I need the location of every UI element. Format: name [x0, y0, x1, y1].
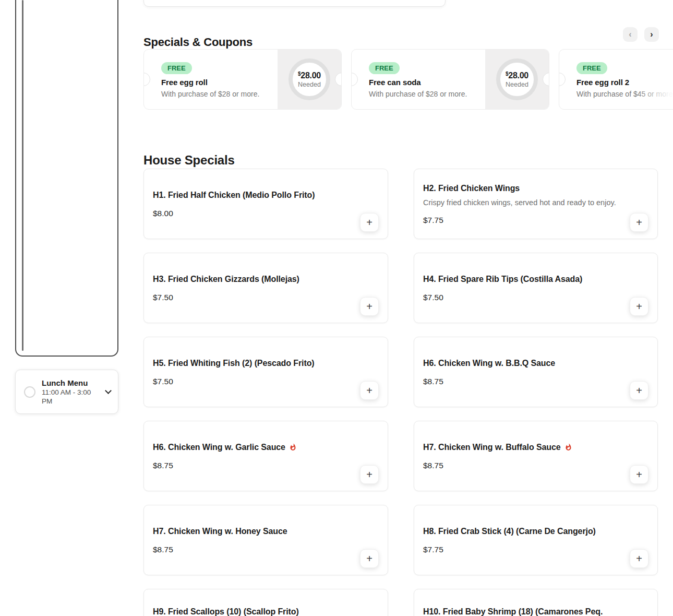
- coupon-card[interactable]: FREE Free egg roll 2 With purchase of $4…: [559, 49, 673, 110]
- needed-label: Needed: [298, 81, 321, 88]
- menu-items-grid: H1. Fried Half Chicken (Medio Pollo Frit…: [143, 169, 658, 616]
- coupon-description: With purchase of $28 or more.: [369, 90, 480, 98]
- item-price: $7.50: [423, 293, 624, 302]
- sidebar-category[interactable]: [28, 115, 109, 123]
- needed-amount-circle: $28.00 Needed: [496, 58, 538, 100]
- coupon-carousel-nav: ‹ ›: [623, 27, 659, 42]
- sidebar-category[interactable]: [28, 73, 109, 81]
- menu-item-card[interactable]: H9. Fried Scallops (10) (Scallop Frito) …: [143, 589, 388, 616]
- plus-icon: +: [636, 385, 642, 396]
- carousel-prev-button[interactable]: ‹: [623, 27, 638, 42]
- sidebar-category[interactable]: [28, 140, 109, 148]
- menu-period-selector[interactable]: Lunch Menu 11:00 AM - 3:00 PM: [15, 370, 118, 414]
- menu-item-card[interactable]: H3. Fried Chicken Gizzards (Mollejas) $7…: [143, 253, 388, 323]
- coupon-title: Free egg roll: [161, 78, 272, 87]
- item-name: H2. Fried Chicken Wings: [423, 183, 624, 194]
- item-name: H9. Fried Scallops (10) (Scallop Frito): [153, 607, 354, 616]
- specials-heading: Specials & Coupons: [143, 35, 253, 49]
- menu-item-card[interactable]: H8. Fried Crab Stick (4) (Carne De Cange…: [414, 505, 658, 575]
- add-to-cart-button[interactable]: +: [360, 297, 379, 316]
- coupon-description: With purchase of $28 or more.: [161, 90, 272, 98]
- item-name: H3. Fried Chicken Gizzards (Mollejas): [153, 274, 354, 285]
- add-to-cart-button[interactable]: +: [630, 213, 648, 232]
- sidebar-category[interactable]: [28, 48, 109, 56]
- menu-item-card[interactable]: H10. Fried Baby Shrimp (18) (Camarones P…: [414, 589, 658, 616]
- sidebar-category[interactable]: [28, 90, 109, 98]
- chevron-left-icon: ‹: [629, 30, 631, 39]
- item-name: H4. Fried Spare Rib Tips (Costilla Asada…: [423, 274, 624, 285]
- sidebar-category[interactable]: [28, 15, 109, 23]
- coupon-title: Free can soda: [369, 78, 480, 87]
- sidebar-category[interactable]: [28, 31, 109, 40]
- menu-item-card[interactable]: H5. Fried Whiting Fish (2) (Pescado Frit…: [143, 337, 388, 407]
- sidebar-category[interactable]: [28, 132, 109, 140]
- menu-item-card[interactable]: H4. Fried Spare Rib Tips (Costilla Asada…: [414, 253, 658, 323]
- needed-amount: $28.00: [506, 71, 528, 80]
- add-to-cart-button[interactable]: +: [360, 381, 379, 400]
- chevron-right-icon: ›: [650, 30, 653, 39]
- add-to-cart-button[interactable]: +: [630, 297, 648, 316]
- sidebar-category[interactable]: [28, 106, 109, 115]
- add-to-cart-button[interactable]: +: [360, 549, 379, 568]
- sidebar-category[interactable]: [28, 56, 109, 65]
- item-price: $7.75: [423, 216, 624, 225]
- plus-icon: +: [636, 469, 642, 480]
- coupon-info: FREE Free can soda With purchase of $28 …: [352, 50, 485, 109]
- item-price: $8.00: [153, 209, 354, 218]
- flame-icon: [564, 443, 572, 451]
- menu-item-card[interactable]: H6. Chicken Wing w. B.B.Q Sauce $8.75 +: [414, 337, 658, 407]
- menu-selector-title: Lunch Menu: [42, 378, 88, 387]
- coupon-threshold-panel: $28.00 Needed: [485, 50, 549, 109]
- item-name: H5. Fried Whiting Fish (2) (Pescado Frit…: [153, 358, 354, 369]
- plus-icon: +: [366, 553, 372, 564]
- needed-amount-circle: $28.00 Needed: [289, 58, 330, 100]
- sidebar-category[interactable]: [28, 98, 109, 106]
- menu-item-card[interactable]: H6. Chicken Wing w. Garlic Sauce $8.75 +: [143, 421, 388, 491]
- search-bar[interactable]: [143, 0, 446, 7]
- add-to-cart-button[interactable]: +: [630, 465, 648, 484]
- sidebar-scrollbar[interactable]: [22, 0, 23, 351]
- category-sidebar: [15, 0, 118, 357]
- menu-selector-hours: 11:00 AM - 3:00 PM: [42, 388, 95, 406]
- coupon-carousel: FREE Free egg roll With purchase of $28 …: [143, 49, 673, 110]
- item-name: H6. Chicken Wing w. B.B.Q Sauce: [423, 358, 624, 369]
- menu-item-card[interactable]: H2. Fried Chicken Wings Crispy fried chi…: [414, 169, 658, 239]
- sidebar-category[interactable]: [28, 65, 109, 73]
- menu-item-card[interactable]: H1. Fried Half Chicken (Medio Pollo Frit…: [143, 169, 388, 239]
- menu-item-card[interactable]: H7. Chicken Wing w. Honey Sauce $8.75 +: [143, 505, 388, 575]
- item-price: $8.75: [423, 461, 624, 470]
- add-to-cart-button[interactable]: +: [630, 549, 648, 568]
- house-specials-heading: House Specials: [143, 153, 235, 168]
- coupon-title: Free egg roll 2: [576, 78, 673, 87]
- item-price: $7.75: [423, 545, 624, 554]
- plus-icon: +: [366, 385, 372, 396]
- sidebar-category[interactable]: [28, 81, 109, 90]
- sidebar-category[interactable]: [28, 23, 109, 31]
- coupon-info: FREE Free egg roll 2 With purchase of $4…: [559, 50, 673, 109]
- plus-icon: +: [636, 217, 642, 228]
- add-to-cart-button[interactable]: +: [360, 213, 379, 232]
- plus-icon: +: [636, 301, 642, 312]
- coupon-info: FREE Free egg roll With purchase of $28 …: [144, 50, 278, 109]
- item-name: H10. Fried Baby Shrimp (18) (Camarones P…: [423, 607, 624, 616]
- sidebar-category[interactable]: [28, 6, 109, 15]
- coupon-card[interactable]: FREE Free can soda With purchase of $28 …: [351, 49, 549, 110]
- sidebar-category[interactable]: [28, 123, 109, 132]
- add-to-cart-button[interactable]: +: [360, 465, 379, 484]
- plus-icon: +: [366, 469, 372, 480]
- coupon-card[interactable]: FREE Free egg roll With purchase of $28 …: [143, 49, 342, 110]
- add-to-cart-button[interactable]: +: [630, 381, 648, 400]
- carousel-next-button[interactable]: ›: [644, 27, 659, 42]
- menu-item-card[interactable]: H7. Chicken Wing w. Buffalo Sauce $8.75 …: [414, 421, 658, 491]
- item-price: $8.75: [423, 377, 624, 386]
- radio-icon[interactable]: [24, 386, 35, 398]
- item-name: H8. Fried Crab Stick (4) (Carne De Cange…: [423, 526, 624, 537]
- menu-selector-text: Lunch Menu 11:00 AM - 3:00 PM: [42, 378, 100, 406]
- item-name: H1. Fried Half Chicken (Medio Pollo Frit…: [153, 190, 354, 200]
- item-name: H7. Chicken Wing w. Honey Sauce: [153, 526, 354, 537]
- needed-amount: $28.00: [298, 71, 321, 80]
- chevron-down-icon[interactable]: [105, 387, 112, 394]
- flame-icon: [289, 443, 297, 451]
- plus-icon: +: [366, 301, 372, 312]
- sidebar-category[interactable]: [28, 40, 109, 48]
